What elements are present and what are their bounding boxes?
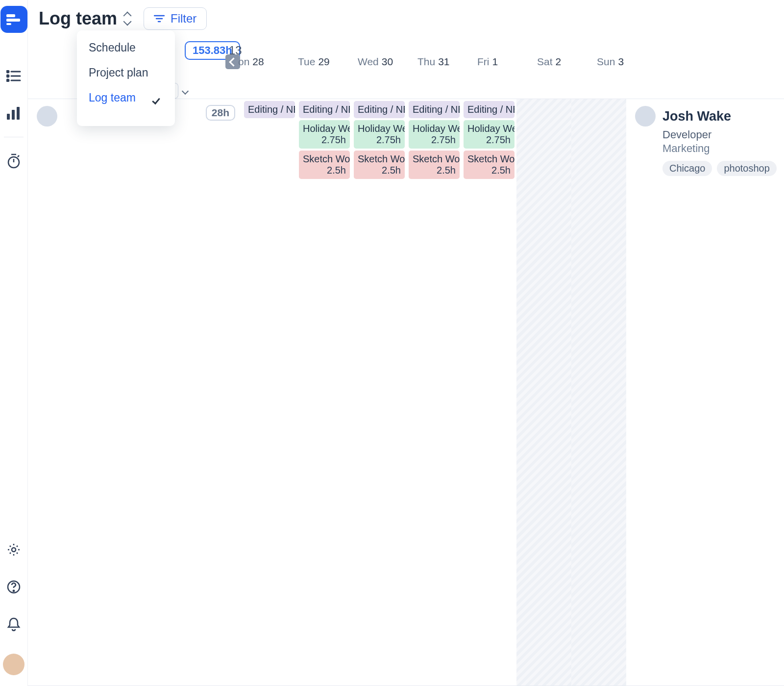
task-card[interactable]: Holiday Wel2.75h (354, 120, 405, 149)
svg-rect-10 (12, 110, 15, 120)
avatar (635, 106, 656, 127)
nav-rail (0, 0, 28, 686)
svg-line-15 (18, 155, 19, 157)
person-panel: 28h (28, 99, 242, 686)
svg-rect-2 (6, 23, 11, 25)
day-cell[interactable]: Editing / NB (242, 99, 297, 686)
nav-notifications-icon[interactable] (0, 610, 27, 638)
task-card[interactable]: Sketch Wor2.5h (299, 151, 350, 179)
task-card[interactable]: Editing / NB (464, 101, 514, 118)
nav-reports-icon[interactable] (0, 100, 27, 127)
day-header-tue: Tue29 (293, 53, 353, 71)
nav-list-icon[interactable] (0, 62, 27, 90)
task-card[interactable]: Holiday Wel2.75h (409, 120, 460, 149)
view-switcher-menu: Schedule Project plan Log team (77, 30, 175, 126)
filter-button[interactable]: Filter (144, 7, 207, 30)
check-icon (152, 93, 163, 103)
filter-label: Filter (171, 12, 196, 25)
menu-item-log-team[interactable]: Log team (77, 85, 175, 110)
avatar (37, 106, 57, 127)
task-card[interactable]: Editing / NB (354, 101, 405, 118)
svg-point-16 (12, 548, 16, 552)
day-header-fri: Fri1 (472, 53, 532, 71)
person-dept: Marketing (662, 142, 784, 155)
view-switcher-label: Log team (39, 8, 117, 29)
svg-point-7 (7, 79, 9, 81)
svg-point-18 (13, 590, 14, 591)
chevrons-icon (123, 12, 132, 25)
day-cell[interactable] (571, 99, 626, 686)
person-role: Developer (662, 128, 784, 141)
person-name[interactable]: Josh Wake (662, 109, 731, 124)
profile-avatar[interactable] (3, 654, 24, 675)
nav-divider (4, 137, 24, 137)
view-switcher[interactable]: Log team (39, 8, 132, 29)
day-header-sun: Sun3 (592, 53, 652, 71)
day-cell[interactable]: Editing / NBHoliday Wel2.75hSketch Wor2.… (462, 99, 516, 686)
logo[interactable] (0, 6, 27, 33)
nav-help-icon[interactable] (0, 573, 27, 601)
nav-settings-icon[interactable] (0, 536, 27, 563)
svg-rect-1 (6, 19, 20, 22)
day-header-wed: Wed30 (353, 53, 413, 71)
task-card[interactable]: Holiday Wel2.75h (464, 120, 514, 149)
task-card[interactable]: Sketch Wor2.5h (409, 151, 460, 179)
task-card[interactable]: Editing / NB (299, 101, 350, 118)
person-tag[interactable]: photoshop (717, 161, 776, 176)
svg-rect-9 (7, 114, 10, 120)
person-tag[interactable]: Chicago (662, 161, 712, 176)
svg-point-3 (7, 71, 9, 73)
day-header-mon: on28 (225, 53, 293, 71)
task-card[interactable]: Editing / NB (409, 101, 460, 118)
task-card[interactable]: Editing / NB (244, 101, 295, 118)
day-cell[interactable]: Editing / NBHoliday Wel2.75hSketch Wor2.… (407, 99, 462, 686)
day-cell[interactable]: Editing / NBHoliday Wel2.75hSketch Wor2.… (352, 99, 407, 686)
menu-item-project-plan[interactable]: Project plan (77, 60, 175, 85)
day-cell[interactable]: Editing / NBHoliday Wel2.75hSketch Wor2.… (297, 99, 352, 686)
day-header-thu: Thu31 (413, 53, 472, 71)
day-header-sat: Sat2 (532, 53, 592, 71)
filter-icon (154, 14, 165, 23)
svg-rect-11 (17, 107, 20, 120)
menu-item-schedule[interactable]: Schedule (77, 35, 175, 60)
task-card[interactable]: Holiday Wel2.75h (299, 120, 350, 149)
svg-rect-0 (6, 14, 15, 17)
day-cell[interactable] (516, 99, 571, 686)
person-panel: Josh WakeDeveloperMarketingChicagophotos… (626, 99, 784, 686)
task-card[interactable]: Sketch Wor2.5h (354, 151, 405, 179)
person-schedule: Editing / NBEditing / NBHoliday Wel2.75h… (242, 99, 626, 686)
days-header: on28 Tue29 Wed30 Thu31 Fri1 Sat2 Sun3 (225, 53, 784, 71)
task-card[interactable]: Sketch Wor2.5h (464, 151, 514, 179)
person-hours-badge: 28h (206, 105, 235, 121)
svg-point-5 (7, 75, 9, 77)
nav-timer-icon[interactable] (0, 147, 27, 175)
